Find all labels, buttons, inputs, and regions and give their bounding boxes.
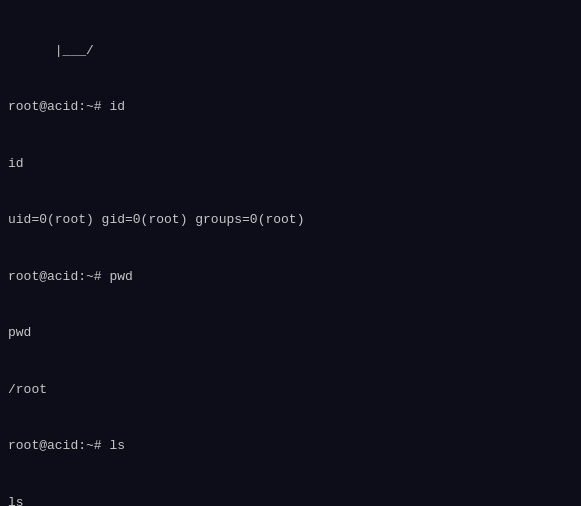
terminal-line: ls	[8, 494, 573, 506]
terminal-line: id	[8, 155, 573, 174]
terminal-line: root@acid:~# id	[8, 98, 573, 117]
terminal-line: root@acid:~# ls	[8, 437, 573, 456]
terminal-line: pwd	[8, 324, 573, 343]
terminal-line: uid=0(root) gid=0(root) groups=0(root)	[8, 211, 573, 230]
terminal-line: |___/	[8, 42, 573, 61]
terminal-line: root@acid:~# pwd	[8, 268, 573, 287]
terminal-line: /root	[8, 381, 573, 400]
terminal-window: |___/ root@acid:~# id id uid=0(root) gid…	[0, 0, 581, 506]
